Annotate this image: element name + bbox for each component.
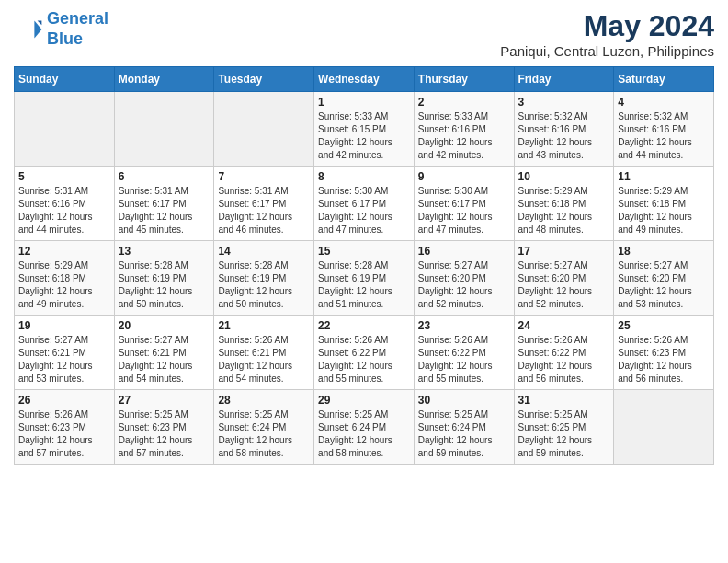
day-number: 3 [518,96,610,109]
day-info: Sunrise: 5:25 AM Sunset: 6:24 PM Dayligh… [318,408,410,460]
day-header-saturday: Saturday [614,67,714,92]
day-info: Sunrise: 5:26 AM Sunset: 6:22 PM Dayligh… [418,334,510,385]
page-header: General Blue May 2024 Paniqui, Central L… [14,9,714,59]
day-cell: 11Sunrise: 5:29 AM Sunset: 6:18 PM Dayli… [614,167,714,241]
day-cell: 13Sunrise: 5:28 AM Sunset: 6:19 PM Dayli… [114,241,214,316]
day-number: 16 [418,245,510,258]
day-number: 28 [218,394,310,407]
day-number: 24 [518,319,610,332]
logo-text: General Blue [47,9,108,49]
day-number: 18 [618,245,710,258]
day-number: 15 [318,245,410,258]
day-cell: 14Sunrise: 5:28 AM Sunset: 6:19 PM Dayli… [214,241,314,316]
day-number: 13 [119,245,210,258]
day-number: 30 [418,394,510,407]
day-info: Sunrise: 5:26 AM Sunset: 6:23 PM Dayligh… [618,334,710,385]
day-info: Sunrise: 5:27 AM Sunset: 6:21 PM Dayligh… [119,334,210,385]
day-header-tuesday: Tuesday [214,67,314,92]
day-number: 7 [218,170,310,183]
day-number: 31 [518,394,610,407]
day-cell: 9Sunrise: 5:30 AM Sunset: 6:17 PM Daylig… [414,167,514,241]
day-cell: 28Sunrise: 5:25 AM Sunset: 6:24 PM Dayli… [214,390,314,465]
day-cell [15,92,115,167]
day-number: 20 [119,319,210,332]
day-info: Sunrise: 5:25 AM Sunset: 6:23 PM Dayligh… [119,408,210,460]
day-cell: 1Sunrise: 5:33 AM Sunset: 6:15 PM Daylig… [314,92,415,167]
day-cell: 31Sunrise: 5:25 AM Sunset: 6:25 PM Dayli… [514,390,614,465]
day-info: Sunrise: 5:26 AM Sunset: 6:23 PM Dayligh… [18,408,110,460]
calendar-table: SundayMondayTuesdayWednesdayThursdayFrid… [14,66,714,465]
day-number: 11 [618,170,710,183]
calendar-header: SundayMondayTuesdayWednesdayThursdayFrid… [15,67,714,92]
day-cell: 26Sunrise: 5:26 AM Sunset: 6:23 PM Dayli… [15,390,115,465]
day-cell: 18Sunrise: 5:27 AM Sunset: 6:20 PM Dayli… [614,241,714,316]
day-number: 27 [119,394,210,407]
day-number: 26 [18,394,110,407]
day-info: Sunrise: 5:30 AM Sunset: 6:17 PM Dayligh… [318,185,410,236]
day-cell: 4Sunrise: 5:32 AM Sunset: 6:16 PM Daylig… [614,92,714,167]
day-number: 5 [18,170,110,183]
logo: General Blue [14,9,108,49]
day-cell: 3Sunrise: 5:32 AM Sunset: 6:16 PM Daylig… [514,92,614,167]
day-cell: 20Sunrise: 5:27 AM Sunset: 6:21 PM Dayli… [114,316,214,390]
day-cell: 23Sunrise: 5:26 AM Sunset: 6:22 PM Dayli… [414,316,514,390]
day-info: Sunrise: 5:25 AM Sunset: 6:24 PM Dayligh… [218,408,310,460]
day-cell [114,92,214,167]
day-info: Sunrise: 5:33 AM Sunset: 6:15 PM Dayligh… [318,110,410,162]
day-info: Sunrise: 5:30 AM Sunset: 6:17 PM Dayligh… [418,185,510,236]
day-info: Sunrise: 5:33 AM Sunset: 6:16 PM Dayligh… [418,110,510,162]
day-number: 4 [618,96,710,109]
header-row: SundayMondayTuesdayWednesdayThursdayFrid… [15,67,714,92]
day-header-thursday: Thursday [414,67,514,92]
day-number: 23 [418,319,510,332]
day-info: Sunrise: 5:32 AM Sunset: 6:16 PM Dayligh… [518,110,610,162]
day-header-sunday: Sunday [15,67,115,92]
day-info: Sunrise: 5:27 AM Sunset: 6:20 PM Dayligh… [518,259,610,311]
day-info: Sunrise: 5:32 AM Sunset: 6:16 PM Dayligh… [618,110,710,162]
day-cell: 27Sunrise: 5:25 AM Sunset: 6:23 PM Dayli… [114,390,214,465]
main-title: May 2024 [500,9,714,43]
day-cell: 30Sunrise: 5:25 AM Sunset: 6:24 PM Dayli… [414,390,514,465]
day-number: 29 [318,394,410,407]
day-number: 9 [418,170,510,183]
day-info: Sunrise: 5:27 AM Sunset: 6:20 PM Dayligh… [618,259,710,311]
day-info: Sunrise: 5:31 AM Sunset: 6:16 PM Dayligh… [18,185,110,236]
day-cell [614,390,714,465]
day-cell: 8Sunrise: 5:30 AM Sunset: 6:17 PM Daylig… [314,167,415,241]
day-cell: 2Sunrise: 5:33 AM Sunset: 6:16 PM Daylig… [414,92,514,167]
day-cell [214,92,314,167]
day-number: 10 [518,170,610,183]
day-cell: 15Sunrise: 5:28 AM Sunset: 6:19 PM Dayli… [314,241,415,316]
day-header-monday: Monday [114,67,214,92]
day-info: Sunrise: 5:29 AM Sunset: 6:18 PM Dayligh… [18,259,110,311]
day-header-wednesday: Wednesday [314,67,415,92]
day-number: 21 [218,319,310,332]
day-info: Sunrise: 5:27 AM Sunset: 6:21 PM Dayligh… [18,334,110,385]
day-cell: 17Sunrise: 5:27 AM Sunset: 6:20 PM Dayli… [514,241,614,316]
calendar-body: 1Sunrise: 5:33 AM Sunset: 6:15 PM Daylig… [15,92,714,465]
subtitle: Paniqui, Central Luzon, Philippines [500,43,714,59]
day-number: 12 [18,245,110,258]
day-cell: 10Sunrise: 5:29 AM Sunset: 6:18 PM Dayli… [514,167,614,241]
day-number: 17 [518,245,610,258]
day-cell: 19Sunrise: 5:27 AM Sunset: 6:21 PM Dayli… [15,316,115,390]
day-number: 19 [18,319,110,332]
day-number: 14 [218,245,310,258]
week-row-2: 5Sunrise: 5:31 AM Sunset: 6:16 PM Daylig… [15,167,714,241]
day-number: 2 [418,96,510,109]
day-header-friday: Friday [514,67,614,92]
day-cell: 29Sunrise: 5:25 AM Sunset: 6:24 PM Dayli… [314,390,415,465]
day-number: 1 [318,96,410,109]
day-number: 6 [119,170,210,183]
day-info: Sunrise: 5:25 AM Sunset: 6:24 PM Dayligh… [418,408,510,460]
logo-icon [14,15,43,44]
day-cell: 16Sunrise: 5:27 AM Sunset: 6:20 PM Dayli… [414,241,514,316]
day-info: Sunrise: 5:26 AM Sunset: 6:21 PM Dayligh… [218,334,310,385]
day-cell: 24Sunrise: 5:26 AM Sunset: 6:22 PM Dayli… [514,316,614,390]
day-cell: 12Sunrise: 5:29 AM Sunset: 6:18 PM Dayli… [15,241,115,316]
day-info: Sunrise: 5:31 AM Sunset: 6:17 PM Dayligh… [218,185,310,236]
day-cell: 5Sunrise: 5:31 AM Sunset: 6:16 PM Daylig… [15,167,115,241]
week-row-5: 26Sunrise: 5:26 AM Sunset: 6:23 PM Dayli… [15,390,714,465]
day-info: Sunrise: 5:31 AM Sunset: 6:17 PM Dayligh… [119,185,210,236]
svg-marker-1 [38,20,42,25]
